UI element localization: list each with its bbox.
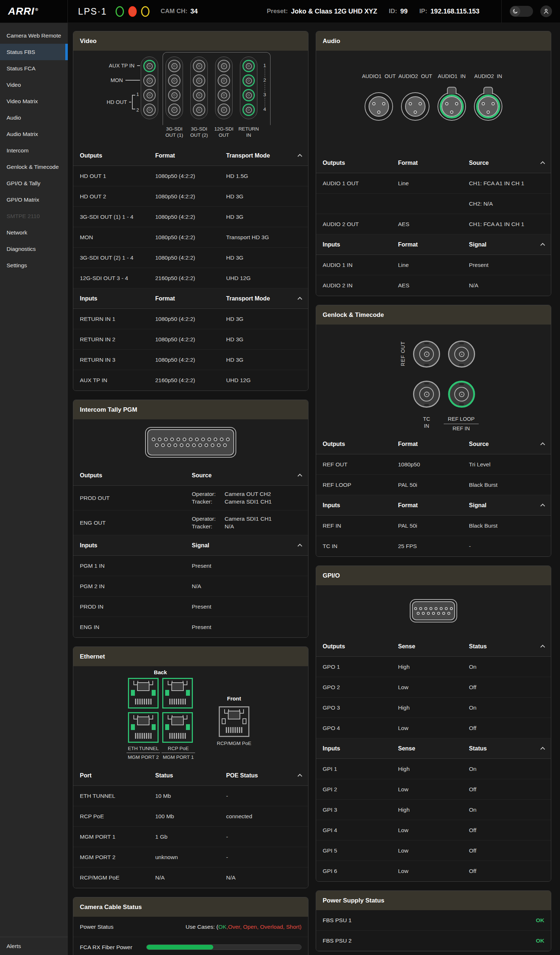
audio-panel: Audio AUDIO1OUT AUDIO2OUT AUDIO1IN — [316, 31, 551, 296]
back-label: Back — [128, 669, 193, 675]
sidebar-item-diagnostics[interactable]: Diagnostics — [0, 241, 68, 257]
bnc-group-hd — [141, 56, 158, 119]
table-row: CH2: N/A — [316, 194, 551, 214]
rj45-mgm-port-2-icon — [128, 712, 159, 743]
psu-panel-header: Power Supply Status — [316, 891, 551, 910]
preset-info: Preset: Joko & Claas 12G UHD XYZ ID: 99 … — [267, 8, 479, 15]
table-row: AUDIO 2 INAESN/A — [316, 275, 551, 296]
collapse-chevron-icon[interactable] — [540, 504, 545, 508]
model-name: LPS·1 — [78, 6, 107, 17]
panel-title: Power Supply Status — [323, 897, 384, 904]
yellow-led-icon — [141, 6, 150, 17]
table-row: PROD INPresent — [73, 596, 308, 617]
ethernet-panel-header: Ethernet — [73, 647, 308, 666]
sidebar-item-settings[interactable]: Settings — [0, 257, 68, 274]
collapse-chevron-icon[interactable] — [540, 161, 545, 166]
table-row: 3G-SDI OUT (2) 1 - 41080p50 (4:2:2)HD 3G — [73, 247, 308, 268]
audio-outputs-header: OutputsFormatSource — [316, 153, 551, 173]
xlr-audio1-in: AUDIO1IN — [433, 73, 470, 121]
bnc-mon — [143, 74, 156, 87]
panel-title: Camera Cable Status — [80, 903, 142, 911]
gpio-panel-header: GPI/O — [316, 566, 551, 585]
ethernet-panel: Ethernet Back Front RCP/MGM PoE ETH TUNN… — [73, 647, 308, 888]
sidebar-item-status-fca[interactable]: Status FCA — [0, 60, 68, 77]
collapse-chevron-icon[interactable] — [540, 747, 545, 751]
table-row: RCP/MGM PoEN/AN/A — [73, 867, 308, 888]
sidebar-item-status-fbs[interactable]: Status FBS — [0, 44, 68, 60]
table-row: GPI 3HighOn — [316, 800, 551, 820]
table-row: ENG OUT Operator:Camera SDI1 CH1 Tracker… — [73, 510, 308, 535]
table-row: ETH TUNNEL10 Mb- — [73, 786, 308, 806]
collapse-chevron-icon[interactable] — [297, 544, 302, 548]
table-row: HD OUT 11080p50 (4:2:2)HD 1.5G — [73, 166, 308, 186]
db25-connector-icon — [145, 427, 236, 458]
table-row: REF INPAL 50iBlack Burst — [316, 516, 551, 536]
cam-ch-value: 34 — [190, 8, 198, 15]
collapse-chevron-icon[interactable] — [540, 645, 545, 650]
ethernet-table-header: PortStatusPOE Status — [73, 766, 308, 786]
collapse-chevron-icon[interactable] — [297, 774, 302, 778]
ref-loop-caption: REF LOOPREF IN — [444, 416, 479, 432]
left-column: Video AUX TP IN MON HD OUT 1 2 — [73, 31, 308, 955]
genlock-timecode-panel: Genlock & Timecode REF OUT TCIN REF LOOP… — [316, 305, 551, 557]
genlock-outputs-header: OutputsFormatSource — [316, 434, 551, 454]
collapse-chevron-icon[interactable] — [297, 297, 302, 302]
sidebar-item-alerts[interactable]: Alerts — [0, 937, 68, 955]
table-row: HD OUT 21080p50 (4:2:2)HD 3G — [73, 186, 308, 207]
gpio-panel: GPI/O OutputsSenseStatus GPO 1HighOn GPO… — [316, 565, 551, 882]
sidebar-item-audio-matrix[interactable]: Audio Matrix — [0, 126, 68, 142]
intercom-connector-diagram — [73, 420, 308, 465]
bnc-ref-out-1-icon — [413, 341, 440, 368]
red-led-icon — [128, 6, 137, 17]
port-caption: ETH TUNNELMGM PORT 2 — [126, 746, 161, 760]
sidebar-item-genlock-timecode[interactable]: Genlock & Timecode — [0, 159, 68, 175]
table-row: AUDIO 2 OUTAESCH1: FCA A1 IN CH 1 — [316, 214, 551, 235]
power-supply-status-panel: Power Supply Status FBS PSU 1OK FBS PSU … — [316, 891, 551, 951]
collapse-chevron-icon[interactable] — [540, 442, 545, 447]
main-content: Video AUX TP IN MON HD OUT 1 2 — [68, 23, 560, 955]
table-row: MON1080p50 (4:2:2)Transport HD 3G — [73, 227, 308, 247]
user-account-button[interactable] — [540, 5, 552, 17]
table-row: GPO 1HighOn — [316, 657, 551, 677]
intercom-inputs-header: InputsSignal — [73, 535, 308, 556]
id-value: 99 — [400, 8, 408, 15]
sidebar-item-video[interactable]: Video — [0, 77, 68, 93]
rj45-mgm-port-1-icon — [162, 712, 193, 743]
dark-mode-toggle[interactable] — [510, 6, 533, 17]
sidebar-item-network[interactable]: Network — [0, 224, 68, 241]
ip-value: 192.168.115.153 — [430, 8, 479, 15]
xlr-male-icon — [364, 92, 393, 121]
collapse-chevron-icon[interactable] — [540, 243, 545, 247]
user-icon — [543, 8, 549, 14]
table-row: 12G-SDI OUT 3 - 42160p50 (4:2:2)UHD 12G — [73, 268, 308, 288]
cam-channel: CAM CH: 34 — [160, 8, 198, 15]
camera-cable-panel-header: Camera Cable Status — [73, 897, 308, 917]
table-row: GPI 5LowOff — [316, 841, 551, 861]
table-row: AUDIO 1 OUTLineCH1: FCA A1 IN CH 1 — [316, 173, 551, 194]
video-panel: Video AUX TP IN MON HD OUT 1 2 — [73, 31, 308, 391]
table-row: GPO 4LowOff — [316, 718, 551, 738]
table-row: RCP PoE100 Mbconnected — [73, 806, 308, 827]
table-row: REF OUT1080p50Tri Level — [316, 454, 551, 475]
table-row: PROD OUT Operator:Camera OUT CH2 Tracker… — [73, 486, 308, 510]
collapse-chevron-icon[interactable] — [297, 474, 302, 478]
panel-title: Intercom Tally PGM — [80, 406, 137, 413]
sidebar-item-intercom[interactable]: Intercom — [0, 142, 68, 159]
table-row: AUDIO 1 INLinePresent — [316, 255, 551, 275]
sidebar-item-camera-web-remote[interactable]: Camera Web Remote — [0, 27, 68, 44]
sidebar-item-gpio-tally[interactable]: GPI/O & Tally — [0, 175, 68, 191]
power-status-row: Power Status Use Cases: (OK,Over, Open, … — [73, 917, 308, 937]
audio-connector-diagram: AUDIO1OUT AUDIO2OUT AUDIO1IN AUDIO2 — [316, 51, 551, 153]
table-row: RETURN IN 21080p50 (4:2:2)HD 3G — [73, 329, 308, 350]
bnc-tc-in-icon — [413, 381, 440, 408]
da15-connector-icon — [410, 599, 457, 622]
brand-logo: ARRI® — [0, 0, 68, 23]
toggle-knob[interactable] — [510, 6, 520, 16]
sidebar-item-audio[interactable]: Audio — [0, 110, 68, 126]
sidebar-item-video-matrix[interactable]: Video Matrix — [0, 93, 68, 110]
status-badge: OK — [536, 938, 544, 944]
table-row: RETURN IN 11080p50 (4:2:2)HD 3G — [73, 309, 308, 329]
bnc-aux-tp-in — [143, 60, 156, 72]
collapse-chevron-icon[interactable] — [297, 154, 302, 159]
sidebar-item-gpio-matrix[interactable]: GPI/O Matrix — [0, 191, 68, 208]
